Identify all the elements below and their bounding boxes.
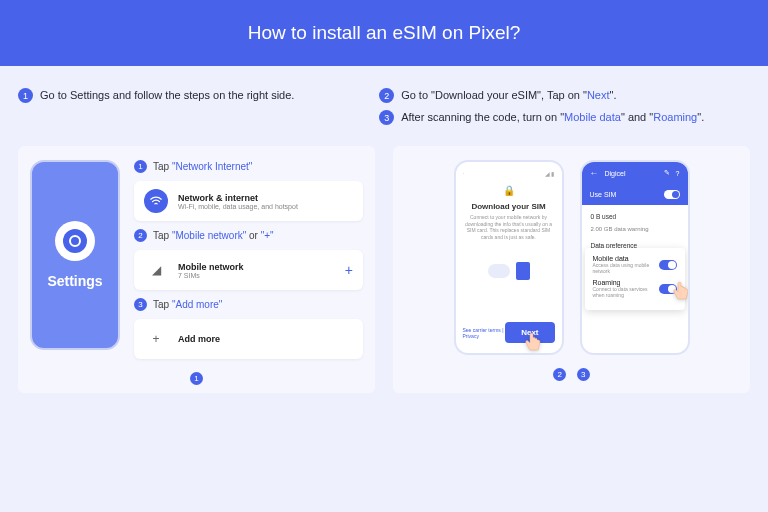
page-header: How to install an eSIM on Pixel? — [0, 0, 768, 66]
panel-step-1: Settings 1 Tap "Network Internet" Networ… — [18, 146, 375, 393]
plus-icon: + — [144, 327, 168, 351]
instruction-right: 2 Go to "Download your eSIM", Tap on "Ne… — [379, 88, 750, 132]
mobile-data-toggle[interactable] — [659, 260, 677, 270]
header-title: How to install an eSIM on Pixel? — [248, 22, 520, 43]
signal-icon: ◢ — [144, 258, 168, 282]
phone-mockup-settings: Settings — [30, 160, 120, 350]
instruction-2-text: Go to "Download your eSIM", Tap on "Next… — [401, 89, 616, 101]
card-mobile-network[interactable]: ◢ Mobile network 7 SIMs + — [134, 250, 363, 290]
sim-icon — [516, 262, 530, 280]
step-badge-3: 3 — [379, 110, 394, 125]
phone-mockup-roaming: ← Digicel ✎ ? Use SIM 0 B used 2.00 GB d… — [580, 160, 690, 355]
instruction-1-text: Go to Settings and follow the steps on t… — [40, 89, 294, 101]
download-sim-title: Download your SIM — [463, 202, 555, 211]
card-network-internet[interactable]: Network & internet Wi-Fi, mobile, data u… — [134, 181, 363, 221]
content-area: 1 Go to Settings and follow the steps on… — [0, 66, 768, 393]
instruction-left: 1 Go to Settings and follow the steps on… — [18, 88, 355, 132]
hand-pointer-icon — [668, 280, 690, 304]
back-arrow-icon[interactable]: ← — [590, 168, 599, 178]
substep-2-label: 2 Tap "Mobile network" or "+" — [134, 229, 363, 242]
gear-icon — [55, 221, 95, 261]
substep-3-label: 3 Tap "Add more" — [134, 298, 363, 311]
use-sim-row[interactable]: Use SIM — [582, 184, 688, 205]
panel-steps-2-3: ·◢ ▮ 🔒 Download your SIM Connect to your… — [393, 146, 750, 393]
lock-icon: 🔒 — [463, 185, 555, 196]
step-badge-2: 2 — [379, 88, 394, 103]
phone-label-settings: Settings — [47, 273, 102, 289]
edit-icon[interactable]: ✎ — [664, 169, 670, 177]
instructions-row: 1 Go to Settings and follow the steps on… — [18, 88, 750, 132]
pager-left: 1 — [30, 367, 363, 385]
substep-1-label: 1 Tap "Network Internet" — [134, 160, 363, 173]
plus-icon[interactable]: + — [345, 262, 353, 278]
download-sim-desc: Connect to your mobile network by downlo… — [463, 214, 555, 240]
roaming-row[interactable]: RoamingConnect to data services when roa… — [593, 279, 677, 298]
pager-right: 2 3 — [405, 363, 738, 381]
help-icon[interactable]: ? — [676, 170, 680, 177]
wifi-icon — [144, 189, 168, 213]
card-add-more[interactable]: + Add more — [134, 319, 363, 359]
download-illustration — [463, 254, 555, 288]
phone-mockup-download-sim: ·◢ ▮ 🔒 Download your SIM Connect to your… — [454, 160, 564, 355]
panels: Settings 1 Tap "Network Internet" Networ… — [18, 146, 750, 393]
mobile-data-row[interactable]: Mobile dataAccess data using mobile netw… — [593, 255, 677, 274]
steps-column: 1 Tap "Network Internet" Network & inter… — [134, 160, 363, 359]
cloud-icon — [488, 264, 510, 278]
carrier-header: ← Digicel ✎ ? — [582, 162, 688, 184]
hand-pointer-icon — [520, 331, 544, 355]
use-sim-toggle[interactable] — [664, 190, 680, 199]
step-badge-1: 1 — [18, 88, 33, 103]
instruction-3-text: After scanning the code, turn on "Mobile… — [401, 111, 704, 123]
